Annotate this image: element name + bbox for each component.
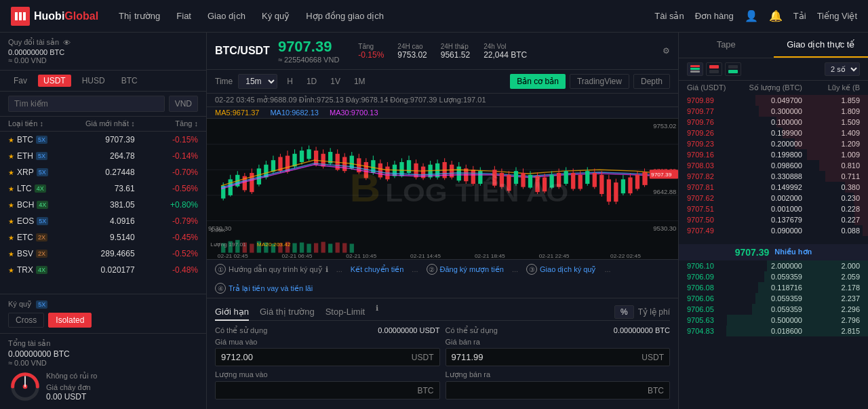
nav-fiat[interactable]: Fiat [176, 11, 191, 21]
buy-qty-label: Lượng mua vào [215, 370, 440, 379]
tab-market[interactable]: Giá thị trường [260, 304, 315, 321]
coin-row[interactable]: ★ BSV 2X 289.4665 -0.52% [0, 246, 206, 262]
ob-buy-row[interactable]: 9706.09 0.059359 2.059 [679, 271, 868, 282]
ob-buy-row[interactable]: 9706.05 0.059359 2.296 [679, 304, 868, 315]
ob-buy-row[interactable]: 9706.06 0.059359 2.237 [679, 293, 868, 304]
vnd-button[interactable]: VND [169, 96, 198, 112]
cross-btn[interactable]: Cross [8, 313, 44, 328]
ob-sell-row[interactable]: 9707.51 0.001000 0.228 [679, 203, 868, 214]
star-icon[interactable]: ★ [8, 201, 14, 209]
stat-change: Tăng -0.15% [358, 43, 384, 60]
usdt-value: 0.00 USDT [46, 392, 97, 402]
timeframe-H[interactable]: H [283, 75, 297, 87]
header-lang-btn[interactable]: Tiếng Việt [817, 11, 857, 21]
star-icon[interactable]: ★ [8, 234, 14, 241]
ob-sell-row[interactable]: 9707.62 0.002000 0.230 [679, 193, 868, 203]
ob-view-both[interactable] [687, 62, 703, 76]
svg-rect-153 [350, 244, 354, 252]
nav-trade[interactable]: Giao dịch [208, 11, 245, 21]
star-icon[interactable]: ★ [8, 185, 14, 193]
tab-fav[interactable]: Fav [8, 75, 33, 87]
coin-row[interactable]: ★ BTC 5X 9707.39 -0.15% [0, 132, 206, 148]
basic-chart-btn[interactable]: Bản cơ bản [510, 74, 566, 89]
tradingview-btn[interactable]: TradingView [570, 74, 629, 89]
tab-husd[interactable]: HUSD [77, 75, 111, 87]
coin-row[interactable]: ★ ETC 2X 9.5140 -0.45% [0, 229, 206, 246]
ob-mid-price: 9707.39 Nhiều hơn [679, 244, 868, 260]
timeframe-1D[interactable]: 1D [302, 75, 321, 87]
coin-row[interactable]: ★ XRP 5X 0.27448 -0.70% [0, 164, 206, 180]
isolated-btn[interactable]: Isolated [48, 313, 92, 328]
nav-margin[interactable]: Ký quỹ [262, 11, 290, 21]
ob-count-select[interactable]: 2 số 0 số 1 số [825, 62, 860, 76]
tab-usdt[interactable]: USDT [38, 75, 71, 87]
sell-price-input[interactable] [446, 349, 637, 366]
mid-more-link[interactable]: Nhiều hơn [774, 248, 812, 256]
ob-buy-row[interactable]: 9706.08 0.118716 2.178 [679, 282, 868, 293]
time-select[interactable]: 15m 1m 5m 30m 1H [238, 74, 277, 89]
nav-market[interactable]: Thị trường [119, 11, 160, 21]
eye-icon[interactable]: 👁 [63, 39, 71, 47]
ob-sell-row[interactable]: 9709.26 0.199900 1.409 [679, 128, 868, 138]
timeframe-1W[interactable]: 1V [326, 75, 344, 87]
coin-row[interactable]: ★ TRX 4X 0.020177 -0.48% [0, 262, 206, 278]
star-icon[interactable]: ★ [8, 218, 14, 225]
coin-row[interactable]: ★ EOS 5X 4.0916 -0.79% [0, 213, 206, 229]
header-orders-btn[interactable]: Đơn hàng [695, 11, 734, 21]
star-icon[interactable]: ★ [8, 250, 14, 258]
buy-qty-input[interactable] [216, 382, 412, 399]
star-icon[interactable]: ★ [8, 153, 14, 160]
user-icon[interactable]: 👤 [745, 9, 758, 22]
ob-sell-row[interactable]: 9709.16 0.199800 1.009 [679, 149, 868, 160]
tab-stop-limit[interactable]: Stop-Limit [326, 304, 366, 321]
header-download-btn[interactable]: Tải [793, 11, 806, 21]
search-input[interactable] [8, 96, 165, 112]
ob-sell-row[interactable]: 9708.03 0.098600 0.810 [679, 160, 868, 171]
guide-step-link1[interactable]: Kết chuyển tiền [351, 265, 403, 274]
ob-sell-row[interactable]: 9707.49 0.090000 0.088 [679, 225, 868, 236]
ob-sell-row[interactable]: 9709.89 0.049700 1.859 [679, 95, 868, 106]
nav-futures[interactable]: Hợp đồng giao dịch [306, 11, 384, 21]
sell-total: 0.230 [802, 194, 860, 202]
coin-row[interactable]: ★ LTC 4X 73.61 -0.56% [0, 180, 206, 197]
header-assets-btn[interactable]: Tài sản [654, 11, 684, 21]
ob-sell-row[interactable]: 9707.50 0.137679 0.227 [679, 214, 868, 225]
transfer-link[interactable]: Kết chuyển tiền [351, 265, 403, 274]
ob-sell-row[interactable]: 9707.82 0.330888 0.711 [679, 171, 868, 182]
borrow-link[interactable]: Đăng ký mượn tiền [440, 265, 504, 274]
ob-sell-row[interactable]: 9709.76 0.100000 1.509 [679, 117, 868, 128]
trades-tab[interactable]: Giao dịch thực tế [774, 33, 869, 58]
center-area: BTC/USDT 9707.39 ≈ 225540668 VND Tăng -0… [207, 33, 678, 409]
depth-btn[interactable]: Depth [633, 74, 670, 89]
ob-sell-row[interactable]: 9709.77 0.300000 1.809 [679, 106, 868, 117]
tab-limit[interactable]: Giới hạn [215, 304, 249, 321]
coin-row[interactable]: ★ ETH 5X 264.78 -0.14% [0, 148, 206, 164]
high-val: 9753.02 [397, 50, 427, 60]
star-icon[interactable]: ★ [8, 136, 14, 144]
sell-qty-input[interactable] [446, 382, 643, 399]
ob-buy-row[interactable]: 9704.83 0.018600 2.815 [679, 326, 868, 336]
ob-view-buy[interactable] [725, 62, 741, 76]
trade-link[interactable]: Giao dịch ký quỹ [540, 265, 596, 274]
ob-buy-row[interactable]: 9706.10 2.000000 2.000 [679, 260, 868, 271]
star-icon[interactable]: ★ [8, 169, 14, 176]
repay-link[interactable]: Trả lại tiền vay và tiền lãi [229, 284, 313, 293]
logo[interactable]: HuobiGlobal [11, 7, 98, 26]
percent-btn[interactable]: % [614, 305, 634, 319]
ob-sell-row[interactable]: 9707.81 0.149992 0.380 [679, 182, 868, 193]
coin-name: ★ XRP 5X [8, 168, 71, 177]
settings-icon[interactable]: ⚙ [663, 46, 670, 56]
ob-sell-row[interactable]: 9709.23 0.200000 1.209 [679, 138, 868, 149]
coin-row[interactable]: ★ BCH 4X 381.05 +0.80% [0, 197, 206, 213]
ob-view-sell[interactable] [706, 62, 722, 76]
svg-text:9753.02: 9753.02 [653, 123, 676, 130]
star-icon[interactable]: ★ [8, 267, 14, 274]
tape-tab[interactable]: Tape [679, 33, 774, 58]
bell-icon[interactable]: 🔔 [769, 9, 783, 22]
timeframe-1M[interactable]: 1M [350, 75, 370, 87]
ob-buy-row[interactable]: 9705.63 0.500000 2.796 [679, 315, 868, 326]
tab-btc[interactable]: BTC [116, 75, 143, 87]
sell-price: 9709.76 [687, 118, 745, 126]
chart-toolbar: Time 15m 1m 5m 30m 1H H 1D 1V 1M Bản cơ … [207, 70, 678, 94]
buy-price-input[interactable] [216, 349, 406, 366]
